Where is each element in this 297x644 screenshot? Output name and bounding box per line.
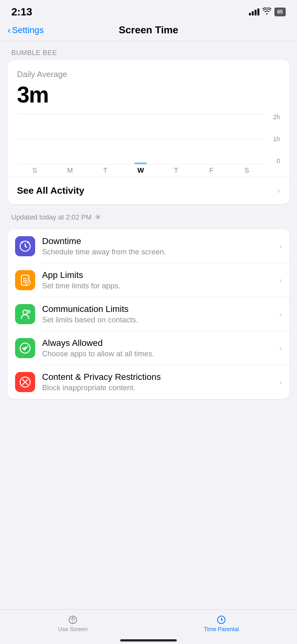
- battery-icon: 65: [274, 8, 286, 16]
- tab-time-parental-label: Time Parental: [204, 626, 239, 633]
- back-label: Settings: [12, 25, 44, 35]
- tab-use-screen-icon: [68, 615, 78, 625]
- app-limits-title: App Limits: [42, 270, 276, 280]
- bar-col-s1: [17, 114, 52, 164]
- downtime-row[interactable]: Downtime Schedule time away from the scr…: [8, 229, 289, 263]
- content-privacy-subtitle: Block inappropriate content.: [42, 383, 276, 392]
- app-limits-chevron-icon: ›: [279, 275, 282, 285]
- x-label-m: M: [52, 166, 88, 175]
- content-privacy-chevron-icon: ›: [279, 377, 282, 387]
- bar-col-t2: [158, 114, 194, 164]
- app-limits-icon: [15, 270, 35, 290]
- always-allowed-chevron-icon: ›: [279, 343, 282, 353]
- always-allowed-icon: [15, 338, 35, 358]
- downtime-title: Downtime: [42, 236, 276, 246]
- bar-col-w: [123, 114, 159, 164]
- home-indicator: [120, 639, 177, 641]
- see-all-activity-row[interactable]: See All Activity ›: [17, 177, 280, 204]
- y-label-2h: 2h: [273, 114, 280, 120]
- section-header: BUMBLE BEE: [0, 41, 297, 60]
- wifi-icon: [262, 8, 271, 16]
- tab-bar: Use Screen Time Parental: [0, 609, 297, 644]
- always-allowed-title: Always Allowed: [42, 338, 276, 348]
- tab-use-screen[interactable]: Use Screen: [58, 615, 88, 633]
- spinner-icon: ✳: [95, 213, 101, 222]
- tab-time-parental-icon: [216, 615, 226, 625]
- stats-card: Daily Average 3m 2h 1h 0: [8, 60, 289, 204]
- app-limits-subtitle: Set time limits for apps.: [42, 281, 276, 290]
- settings-list: Downtime Schedule time away from the scr…: [8, 229, 289, 399]
- nav-bar: ‹ Settings Screen Time: [0, 21, 297, 41]
- always-allowed-text: Always Allowed Choose apps to allow at a…: [42, 338, 276, 358]
- x-label-s2: S: [229, 166, 264, 175]
- page-title: Screen Time: [119, 24, 178, 36]
- chart-y-labels: 2h 1h 0: [266, 114, 280, 164]
- communication-limits-row[interactable]: Communication Limits Set limits based on…: [8, 297, 289, 331]
- x-label-t1: T: [88, 166, 123, 175]
- communication-limits-title: Communication Limits: [42, 304, 276, 314]
- downtime-chevron-icon: ›: [279, 242, 282, 251]
- downtime-icon: [15, 236, 35, 256]
- communication-limits-icon: [15, 304, 35, 324]
- back-chevron-icon: ‹: [8, 25, 11, 36]
- communication-limits-chevron-icon: ›: [279, 309, 282, 319]
- daily-average-value: 3m: [17, 82, 280, 108]
- communication-limits-subtitle: Set limits based on contacts.: [42, 315, 276, 324]
- communication-limits-text: Communication Limits Set limits based on…: [42, 304, 276, 324]
- content-privacy-icon: [15, 372, 35, 392]
- bar-col-f: [194, 114, 229, 164]
- bar-col-m: [52, 114, 88, 164]
- downtime-subtitle: Schedule time away from the screen.: [42, 247, 276, 256]
- chart-bars: [17, 114, 264, 164]
- updated-text: Updated today at 2:02 PM ✳: [0, 209, 297, 229]
- daily-average-label: Daily Average: [17, 69, 280, 79]
- content-privacy-title: Content & Privacy Restrictions: [42, 372, 276, 382]
- y-label-1h: 1h: [273, 136, 280, 142]
- app-limits-text: App Limits Set time limits for apps.: [42, 270, 276, 290]
- svg-point-3: [23, 310, 27, 314]
- content-privacy-text: Content & Privacy Restrictions Block ina…: [42, 372, 276, 392]
- content-privacy-row[interactable]: Content & Privacy Restrictions Block ina…: [8, 365, 289, 399]
- tab-time-parental[interactable]: Time Parental: [204, 615, 239, 633]
- status-time: 2:13: [11, 6, 32, 18]
- usage-chart: 2h 1h 0: [17, 114, 280, 177]
- always-allowed-row[interactable]: Always Allowed Choose apps to allow at a…: [8, 331, 289, 365]
- chart-x-labels: S M T W T F S: [17, 164, 264, 177]
- app-limits-row[interactable]: App Limits Set time limits for apps. ›: [8, 263, 289, 297]
- status-icons: 65: [249, 8, 286, 16]
- bar-col-s2: [229, 114, 264, 164]
- status-bar: 2:13 65: [0, 0, 297, 21]
- x-label-f: F: [194, 166, 229, 175]
- y-label-0: 0: [277, 158, 280, 164]
- see-all-label: See All Activity: [17, 185, 84, 196]
- main-content: BUMBLE BEE Daily Average 3m 2h 1h 0: [0, 41, 297, 418]
- signal-icon: [249, 8, 259, 15]
- back-button[interactable]: ‹ Settings: [8, 25, 44, 36]
- bar-col-t1: [88, 114, 123, 164]
- downtime-text: Downtime Schedule time away from the scr…: [42, 236, 276, 256]
- x-label-s1: S: [17, 166, 52, 175]
- x-label-t2: T: [158, 166, 194, 175]
- always-allowed-subtitle: Choose apps to allow at all times.: [42, 349, 276, 358]
- tab-use-screen-label: Use Screen: [58, 626, 88, 633]
- see-all-chevron-icon: ›: [277, 186, 280, 196]
- updated-label: Updated today at 2:02 PM: [11, 213, 92, 221]
- x-label-w: W: [123, 166, 159, 175]
